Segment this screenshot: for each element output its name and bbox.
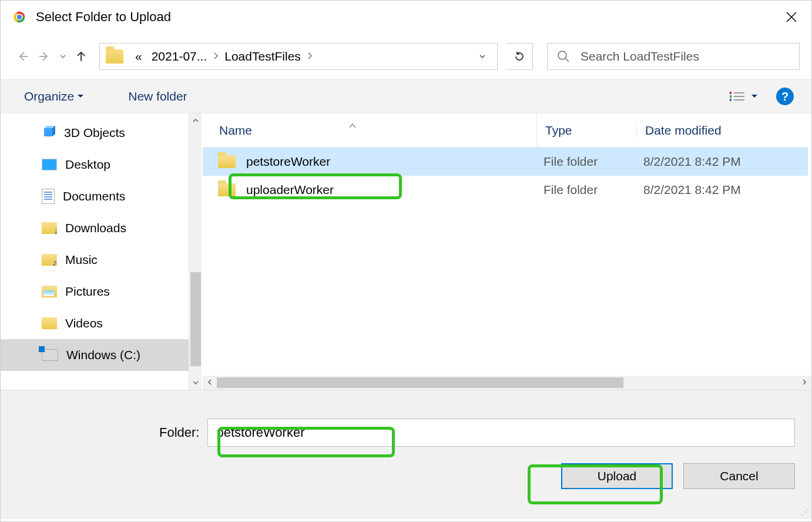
view-button[interactable] xyxy=(730,92,757,101)
upload-button[interactable]: Upload xyxy=(561,463,673,489)
sidebar-item-label: Pictures xyxy=(65,285,110,299)
new-folder-label: New folder xyxy=(128,89,187,103)
file-date: 8/2/2021 8:42 PM xyxy=(635,183,808,197)
close-button[interactable] xyxy=(774,1,809,34)
sort-indicator-icon xyxy=(348,121,357,130)
help-button[interactable]: ? xyxy=(776,88,794,105)
desktop-icon xyxy=(42,159,57,170)
cancel-button[interactable]: Cancel xyxy=(683,463,795,489)
chevron-down-icon xyxy=(59,53,66,60)
scrollbar-thumb[interactable] xyxy=(190,272,201,366)
scroll-down-icon[interactable] xyxy=(189,376,202,390)
sidebar-item-label: Desktop xyxy=(65,158,110,172)
caret-down-icon xyxy=(78,94,83,99)
vids-icon xyxy=(42,317,57,329)
sidebar: 3D ObjectsDesktopDocumentsDownloadsMusic… xyxy=(1,113,189,390)
column-type-label: Type xyxy=(545,123,572,138)
folder-icon xyxy=(218,155,236,168)
pics-icon xyxy=(42,286,57,297)
window-title: Select Folder to Upload xyxy=(36,9,774,25)
docs-icon xyxy=(42,189,55,204)
column-date-label: Date modified xyxy=(645,123,722,137)
sidebar-item-label: Downloads xyxy=(65,221,126,235)
file-type: File folder xyxy=(535,155,635,169)
sidebar-item-label: Music xyxy=(65,253,98,267)
folder-input[interactable] xyxy=(207,419,795,447)
file-row[interactable]: petstoreWorkerFile folder8/2/2021 8:42 P… xyxy=(203,148,808,176)
chrome-icon xyxy=(11,9,28,25)
breadcrumb-part1[interactable]: 2021-07... xyxy=(147,49,212,63)
scroll-right-icon[interactable] xyxy=(797,378,811,387)
sidebar-item-pictures[interactable]: Pictures xyxy=(1,276,189,307)
sidebar-item-downloads[interactable]: Downloads xyxy=(1,212,189,244)
address-bar[interactable]: « 2021-07... LoadTestFiles xyxy=(99,43,498,70)
back-button[interactable] xyxy=(12,46,32,67)
file-row[interactable]: uploaderWorkerFile folder8/2/2021 8:42 P… xyxy=(203,176,808,204)
breadcrumb-prefix: « xyxy=(130,49,147,63)
cancel-label: Cancel xyxy=(720,469,758,483)
new-folder-button[interactable]: New folder xyxy=(128,89,187,103)
down-icon xyxy=(42,222,57,234)
folder-icon xyxy=(106,49,123,63)
scroll-up-icon[interactable] xyxy=(189,113,202,128)
sidebar-item-desktop[interactable]: Desktop xyxy=(1,149,189,180)
bottom-panel: Folder: Upload Cancel ⋰ xyxy=(1,390,811,519)
column-date[interactable]: Date modified xyxy=(636,123,808,138)
folder-label: Folder: xyxy=(159,425,199,440)
sidebar-item-music[interactable]: Music xyxy=(1,244,189,276)
column-name-label: Name xyxy=(219,123,252,137)
recent-locations-button[interactable] xyxy=(57,46,69,67)
chevron-right-icon[interactable] xyxy=(306,52,314,62)
caret-down-icon xyxy=(751,94,757,99)
nav-row: « 2021-07... LoadTestFiles xyxy=(1,34,811,79)
sidebar-item-windows-c-[interactable]: Windows (C:) xyxy=(1,339,189,371)
upload-label: Upload xyxy=(598,469,637,483)
arrow-up-icon xyxy=(74,49,88,63)
address-dropdown-button[interactable] xyxy=(471,52,494,61)
3d-icon xyxy=(42,125,56,142)
column-type[interactable]: Type xyxy=(536,113,636,147)
organize-label: Organize xyxy=(24,89,74,103)
title-bar: Select Folder to Upload xyxy=(1,1,811,34)
toolbar: Organize New folder ? xyxy=(1,79,811,113)
breadcrumb-part2[interactable]: LoadTestFiles xyxy=(220,49,306,63)
view-list-icon xyxy=(730,92,744,101)
search-input[interactable] xyxy=(581,49,790,63)
scrollbar-thumb[interactable] xyxy=(217,377,623,388)
refresh-icon xyxy=(514,51,525,62)
chevron-down-icon xyxy=(478,52,486,61)
sidebar-item-documents[interactable]: Documents xyxy=(1,180,189,212)
up-button[interactable] xyxy=(71,46,91,67)
drive-icon xyxy=(42,349,58,361)
sidebar-item-label: 3D Objects xyxy=(64,126,125,140)
close-icon xyxy=(786,12,797,22)
resize-grip-icon[interactable]: ⋰ xyxy=(801,507,809,517)
file-pane: Name Type Date modified petstoreWorkerFi… xyxy=(203,113,811,390)
sidebar-item-label: Windows (C:) xyxy=(66,348,140,362)
svg-rect-6 xyxy=(44,128,52,136)
forward-button[interactable] xyxy=(35,46,55,67)
file-name: uploaderWorker xyxy=(246,183,334,197)
chevron-right-icon[interactable] xyxy=(212,52,220,62)
sidebar-item-3d-objects[interactable]: 3D Objects xyxy=(1,117,189,149)
help-icon: ? xyxy=(781,90,788,103)
file-name: petstoreWorker xyxy=(246,155,330,169)
folder-icon xyxy=(218,183,236,196)
refresh-button[interactable] xyxy=(506,43,533,70)
file-date: 8/2/2021 8:42 PM xyxy=(635,155,808,169)
arrow-left-icon xyxy=(15,49,29,63)
sidebar-item-videos[interactable]: Videos xyxy=(1,307,189,339)
organize-button[interactable]: Organize xyxy=(24,89,83,103)
sidebar-item-label: Videos xyxy=(65,316,103,330)
column-name[interactable]: Name xyxy=(219,123,536,138)
search-icon xyxy=(557,50,570,63)
sidebar-item-label: Documents xyxy=(63,189,125,203)
horizontal-scrollbar[interactable] xyxy=(203,376,811,390)
arrow-right-icon xyxy=(38,49,52,63)
svg-point-5 xyxy=(558,51,566,59)
sidebar-scrollbar[interactable] xyxy=(189,113,202,390)
main-area: 3D ObjectsDesktopDocumentsDownloadsMusic… xyxy=(1,113,811,390)
column-headers: Name Type Date modified xyxy=(203,113,808,148)
scroll-left-icon[interactable] xyxy=(203,378,217,387)
search-box[interactable] xyxy=(547,43,800,70)
